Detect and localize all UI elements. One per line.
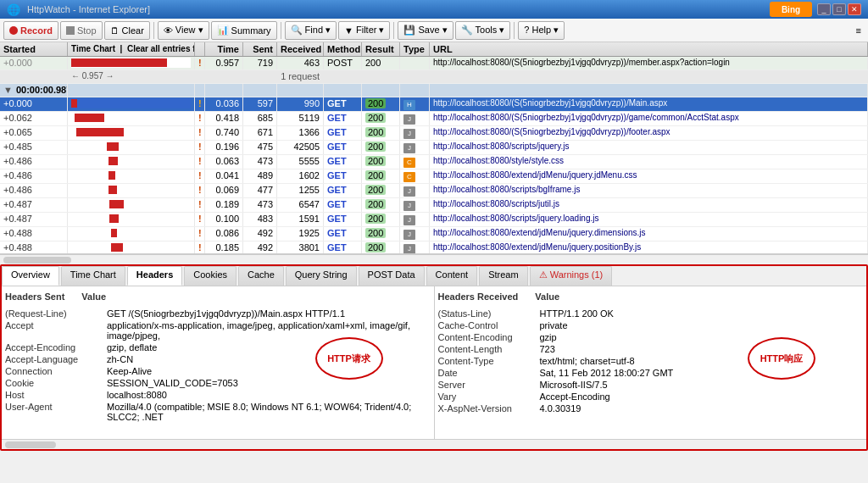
- header-sent-value: localhost:8080: [107, 390, 431, 400]
- window-controls: _ □ ✕: [817, 3, 861, 15]
- tab-timechart[interactable]: Time Chart: [61, 266, 125, 286]
- group-row-1[interactable]: +0.000 ! 0.957 719 463 POST 200 http://l…: [0, 57, 868, 70]
- header-received-row: Content-Length 723: [438, 344, 864, 354]
- row-timechart: [68, 198, 195, 212]
- headers-sent-rows: (Request-Line) GET /(S(5niogrbezbyj1vjgq…: [5, 308, 431, 422]
- row-warn: !: [195, 112, 205, 125]
- col-header-timechart[interactable]: Time Chart | Clear all entries from the …: [68, 42, 195, 56]
- row-received: 1255: [277, 184, 324, 197]
- row-time: 0.063: [205, 155, 243, 169]
- find-button[interactable]: 🔍 Find ▾: [285, 21, 337, 40]
- row-method: GET: [324, 242, 362, 254]
- sep3: [393, 22, 394, 39]
- row-method: GET: [324, 112, 362, 125]
- minimize-button[interactable]: _: [817, 3, 831, 15]
- table-row[interactable]: +0.486 ! 0.063 473 5555 GET 200 C http:/…: [0, 155, 868, 169]
- header-received-row: (Status-Line) HTTP/1.1 200 OK: [438, 308, 864, 319]
- row-method: GET: [324, 126, 362, 140]
- table-row[interactable]: +0.488 ! 0.086 492 1925 GET 200 J http:/…: [0, 227, 868, 242]
- table-row[interactable]: +0.000 ! 0.036 597 990 GET 200 H http://…: [0, 97, 868, 112]
- row-warn: !: [195, 213, 205, 226]
- row-type: C: [400, 155, 430, 169]
- row-warn: !: [195, 198, 205, 212]
- tab-cookies[interactable]: Cookies: [184, 266, 236, 286]
- row-received: 1602: [277, 169, 324, 183]
- tabs-bar: Overview Time Chart Headers Cookies Cach…: [2, 266, 866, 286]
- bottom-scrollbar[interactable]: [2, 439, 866, 449]
- headers-received-rows: (Status-Line) HTTP/1.1 200 OK Cache-Cont…: [438, 308, 864, 414]
- h-scrollbar[interactable]: [0, 254, 868, 264]
- table-row[interactable]: +0.062 ! 0.418 685 5119 GET 200 J http:/…: [0, 112, 868, 126]
- record-button[interactable]: Record: [3, 21, 58, 40]
- header-sent-name: Accept: [5, 320, 107, 341]
- row-warn: !: [195, 97, 205, 111]
- header-received-name: X-AspNet-Version: [438, 403, 540, 414]
- tab-postdata[interactable]: POST Data: [359, 266, 425, 286]
- row-timechart: [68, 112, 195, 125]
- panel-toggle[interactable]: ≡: [853, 24, 865, 37]
- header-received-row: Cache-Control private: [438, 320, 864, 330]
- tab-warnings[interactable]: ⚠ Warnings (1): [530, 266, 613, 286]
- row-method: GET: [324, 198, 362, 212]
- row-started: +0.487: [0, 198, 68, 212]
- tab-content[interactable]: Content: [426, 266, 478, 286]
- summary-received: 1 request: [277, 70, 324, 83]
- row-type: J: [400, 184, 430, 197]
- row-url: http://localhost:8080/scripts/bgIframe.j…: [430, 184, 868, 197]
- table-row[interactable]: +0.487 ! 0.100 483 1591 GET 200 J http:/…: [0, 213, 868, 227]
- group-sent: 719: [243, 57, 277, 69]
- maximize-button[interactable]: □: [832, 3, 846, 15]
- row-url: http://localhost:8080/style/style.css: [430, 155, 868, 169]
- save-button[interactable]: 💾 Save ▾: [398, 21, 453, 40]
- tab-cache[interactable]: Cache: [238, 266, 284, 286]
- filter-icon: ▼: [344, 25, 353, 36]
- header-sent-name: Cookie: [5, 378, 107, 388]
- row-received: 6547: [277, 198, 324, 212]
- tab-querystring[interactable]: Query String: [286, 266, 357, 286]
- group2-method: [324, 84, 362, 97]
- row-sent: 473: [243, 155, 277, 169]
- table-row[interactable]: +0.486 ! 0.069 477 1255 GET 200 J http:/…: [0, 184, 868, 198]
- group-url: http://localhost:8080/(S(5niogrbezbyj1vj…: [430, 57, 868, 69]
- row-result: 200: [362, 213, 400, 226]
- col-header-url: URL: [430, 42, 868, 56]
- group-summary-row[interactable]: ← 0.957 → 1 request: [0, 70, 868, 84]
- filter-button[interactable]: ▼ Filter ▾: [338, 21, 390, 40]
- tab-stream[interactable]: Stream: [479, 266, 527, 286]
- group2-header[interactable]: ▼00:00:00.987: [0, 84, 868, 97]
- row-timechart: [68, 155, 195, 169]
- header-received-value: HTTP/1.1 200 OK: [540, 308, 864, 319]
- tools-button[interactable]: 🔧 Tools ▾: [455, 21, 511, 40]
- row-time: 0.189: [205, 198, 243, 212]
- row-method: GET: [324, 141, 362, 154]
- row-started: +0.485: [0, 141, 68, 154]
- summary-button[interactable]: 📊 Summary: [211, 21, 277, 40]
- table-row[interactable]: +0.485 ! 0.196 475 42505 GET 200 J http:…: [0, 141, 868, 155]
- clear-button[interactable]: 🗒 Clear: [104, 21, 150, 40]
- table-row[interactable]: +0.486 ! 0.041 489 1602 GET 200 C http:/…: [0, 169, 868, 184]
- tools-icon: 🔧: [461, 25, 473, 36]
- tab-headers[interactable]: Headers: [127, 266, 182, 286]
- row-result: 200: [362, 184, 400, 197]
- header-sent-row: Connection Keep-Alive: [5, 366, 431, 376]
- stop-button[interactable]: Stop: [60, 21, 103, 40]
- table-row[interactable]: +0.488 ! 0.185 492 3801 GET 200 J http:/…: [0, 242, 868, 254]
- close-button[interactable]: ✕: [848, 3, 861, 15]
- row-received: 5555: [277, 155, 324, 169]
- table-row[interactable]: +0.487 ! 0.189 473 6547 GET 200 J http:/…: [0, 198, 868, 213]
- row-url: http://localhost:8080/(S(5niogrbezbyj1vj…: [430, 112, 868, 125]
- header-sent-name: User-Agent: [5, 402, 107, 422]
- group-started: +0.000: [0, 57, 68, 69]
- table-row[interactable]: +0.065 ! 0.740 671 1366 GET 200 J http:/…: [0, 126, 868, 141]
- header-received-value: private: [540, 320, 864, 330]
- row-sent: 685: [243, 112, 277, 125]
- help-button[interactable]: ? Help ▾: [518, 21, 565, 40]
- header-received-row: Content-Encoding gzip: [438, 332, 864, 342]
- row-warn: !: [195, 141, 205, 154]
- summary-sent: [243, 70, 277, 83]
- row-started: +0.065: [0, 126, 68, 140]
- col-header-result: Result: [362, 42, 400, 56]
- headers-received-value-col: Value: [535, 290, 559, 305]
- view-button[interactable]: 👁 View ▾: [158, 21, 209, 40]
- tab-overview[interactable]: Overview: [2, 266, 59, 286]
